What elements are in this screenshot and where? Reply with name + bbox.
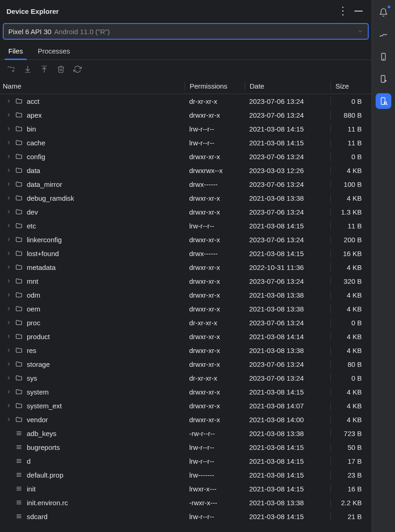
table-row[interactable]: dlrw-r--r--2021-03-08 14:1517 B [0,454,371,468]
minimize-icon [352,5,365,18]
expand-toggle[interactable] [6,375,12,381]
expand-toggle[interactable] [6,153,12,160]
file-name-cell: res [0,346,185,354]
table-row[interactable]: debug_ramdiskdrwxr-xr-x2021-03-08 13:384… [0,191,371,205]
file-permissions: lrw-r--r-- [185,222,245,230]
column-header-name[interactable]: Name [0,82,185,90]
refresh-icon [73,65,82,73]
table-row[interactable]: binlrw-r--r--2021-03-08 14:1511 B [0,122,371,136]
expand-toggle[interactable] [6,139,12,146]
expand-toggle[interactable] [6,126,12,132]
table-row[interactable]: cachelrw-r--r--2021-03-08 14:1511 B [0,136,371,149]
folder-icon [15,125,23,133]
file-name: etc [27,222,36,230]
table-row[interactable]: etclrw-r--r--2021-03-08 14:1511 B [0,219,371,233]
delete-button[interactable] [54,63,67,76]
expand-toggle[interactable] [6,333,12,340]
device-explorer-rail-button[interactable] [376,93,391,109]
expand-toggle[interactable] [6,278,12,284]
file-name-cell: data_mirror [0,180,185,188]
more-options-button[interactable] [336,5,349,18]
file-toolbar [0,60,371,78]
table-row[interactable]: storagedrwxr-xr-x2023-07-06 13:2480 B [0,357,371,371]
table-row[interactable]: adb_keys-rw-r--r--2021-03-08 13:38723 B [0,426,371,440]
table-row[interactable]: systemdrwxr-xr-x2021-03-08 14:154 KB [0,385,371,399]
file-permissions: lrw------- [185,471,245,479]
tab-files[interactable]: Files [5,42,27,60]
column-header-permissions[interactable]: Permissions [185,82,245,90]
table-row[interactable]: bugreportslrw-r--r--2021-03-08 14:1550 B [0,440,371,454]
file-size: 4 KB [330,416,364,424]
file-size: 11 B [330,139,364,147]
table-row[interactable]: vendordrwxr-xr-x2021-03-08 14:004 KB [0,412,371,426]
file-size: 80 B [330,360,364,368]
table-row[interactable]: mntdrwxr-xr-x2023-07-06 13:24320 B [0,274,371,288]
table-row[interactable]: acctdr-xr-xr-x2023-07-06 13:240 B [0,94,371,108]
phone-play-icon [379,74,388,84]
notifications-button[interactable] [376,5,391,20]
table-row[interactable]: system_extdrwxr-xr-x2021-03-08 14:074 KB [0,399,371,412]
table-row[interactable]: init.environ.rc-rwxr-x---2021-03-08 13:3… [0,496,371,509]
file-name: res [27,347,36,354]
expand-toggle[interactable] [6,347,12,353]
column-header-size[interactable]: Size [330,82,364,90]
table-row[interactable]: apexdrwxr-xr-x2023-07-06 13:24880 B [0,108,371,122]
expand-toggle[interactable] [6,292,12,298]
table-row[interactable]: metadatadrwxr-xr-x2022-10-31 11:364 KB [0,260,371,274]
expand-toggle[interactable] [6,250,12,257]
expand-toggle[interactable] [6,98,12,104]
running-devices-button[interactable] [376,71,391,87]
table-row[interactable]: lost+founddrwx------2021-03-08 14:1516 K… [0,246,371,260]
table-row[interactable]: linkerconfigdrwxr-xr-x2023-07-06 13:2420… [0,233,371,246]
table-row[interactable]: default.proplrw-------2021-03-08 14:1523… [0,468,371,482]
expand-toggle[interactable] [6,195,12,201]
table-row[interactable]: configdrwxr-xr-x2023-07-06 13:240 B [0,149,371,163]
table-row[interactable]: sysdr-xr-xr-x2023-07-06 13:240 B [0,371,371,385]
expand-toggle[interactable] [6,416,12,423]
expand-toggle[interactable] [6,305,12,312]
table-row[interactable]: sdcardlrw-r--r--2021-03-08 14:1521 B [0,509,371,523]
table-row[interactable]: datadrwxrwx--x2023-03-03 12:264 KB [0,163,371,177]
expand-toggle[interactable] [6,209,12,215]
expand-toggle[interactable] [6,236,12,243]
expand-toggle[interactable] [6,389,12,395]
refresh-button[interactable] [71,63,84,76]
file-permissions: drwxr-xr-x [185,236,245,244]
device-name: Pixel 6 API 30 [8,28,51,36]
download-button[interactable] [21,63,34,76]
file-permissions: -rw-r--r-- [185,430,245,437]
profiler-button[interactable] [376,27,391,42]
table-row[interactable]: productdrwxr-xr-x2021-03-08 14:144 KB [0,329,371,343]
table-row[interactable]: initlrwxr-x---2021-03-08 14:1516 B [0,482,371,496]
file-size: 4 KB [330,402,364,410]
table-row[interactable]: oemdrwxr-xr-x2021-03-08 13:384 KB [0,302,371,316]
minimize-pane-button[interactable] [352,5,365,18]
table-row[interactable]: resdrwxr-xr-x2021-03-08 13:384 KB [0,343,371,357]
tab-processes[interactable]: Processes [34,42,74,60]
file-date: 2023-07-06 13:24 [245,277,330,285]
folder-icon [15,277,23,285]
file-date: 2021-03-08 13:38 [245,291,330,299]
file-name: acct [27,97,40,105]
table-row[interactable]: procdr-xr-xr-x2023-07-06 13:240 B [0,316,371,329]
expand-toggle[interactable] [6,361,12,367]
upload-button[interactable] [38,63,51,76]
folder-icon [15,166,23,174]
device-selector-dropdown[interactable]: Pixel 6 API 30 Android 11.0 ("R") [3,23,369,40]
device-manager-button[interactable] [376,49,391,65]
new-folder-button[interactable] [5,63,18,76]
expand-toggle[interactable] [6,319,12,326]
column-header-date[interactable]: Date [245,82,330,90]
expand-toggle[interactable] [6,167,12,173]
table-row[interactable]: data_mirrordrwx------2023-07-06 13:24100… [0,177,371,191]
expand-toggle[interactable] [6,181,12,187]
file-permissions: drwxr-xr-x [185,291,245,299]
file-date: 2021-03-08 14:15 [245,443,330,451]
expand-toggle[interactable] [6,402,12,409]
table-row[interactable]: odmdrwxr-xr-x2021-03-08 13:384 KB [0,288,371,302]
table-row[interactable]: devdrwxr-xr-x2023-07-06 13:241.3 KB [0,205,371,219]
file-name-cell: system [0,388,185,396]
expand-toggle[interactable] [6,112,12,118]
expand-toggle[interactable] [6,264,12,270]
expand-toggle[interactable] [6,222,12,229]
